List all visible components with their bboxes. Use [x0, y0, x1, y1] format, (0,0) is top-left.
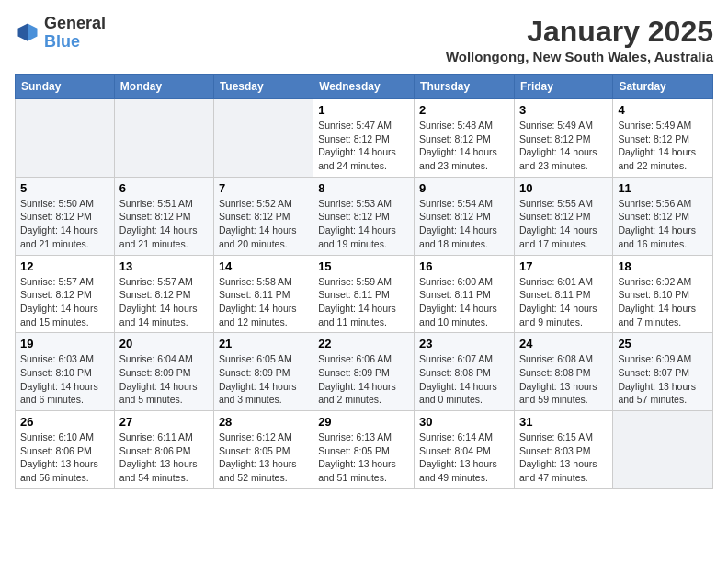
day-number: 2 — [419, 103, 509, 117]
day-number: 10 — [519, 181, 608, 195]
calendar-day-cell: 9Sunrise: 5:54 AMSunset: 8:12 PMDaylight… — [415, 177, 515, 255]
calendar-day-cell: 19Sunrise: 6:03 AMSunset: 8:10 PMDayligh… — [16, 333, 115, 411]
day-info: Sunrise: 5:53 AMSunset: 8:12 PMDaylight:… — [318, 197, 409, 251]
logo-icon — [15, 20, 40, 46]
calendar-day-cell: 24Sunrise: 6:08 AMSunset: 8:08 PMDayligh… — [514, 333, 612, 411]
weekday-header-cell: Tuesday — [213, 75, 313, 99]
day-info: Sunrise: 6:03 AMSunset: 8:10 PMDaylight:… — [20, 352, 109, 407]
day-number: 12 — [20, 259, 109, 273]
calendar-week-row: 19Sunrise: 6:03 AMSunset: 8:10 PMDayligh… — [16, 333, 713, 411]
month-title: January 2025 — [446, 15, 713, 49]
day-number: 14 — [219, 259, 308, 273]
calendar-day-cell: 31Sunrise: 6:15 AMSunset: 8:03 PMDayligh… — [514, 411, 612, 489]
calendar-day-cell: 30Sunrise: 6:14 AMSunset: 8:04 PMDayligh… — [415, 411, 515, 489]
day-info: Sunrise: 6:01 AMSunset: 8:11 PMDaylight:… — [519, 275, 608, 329]
day-info: Sunrise: 5:57 AMSunset: 8:12 PMDaylight:… — [20, 275, 109, 329]
day-number: 29 — [318, 415, 409, 429]
calendar-day-cell: 16Sunrise: 6:00 AMSunset: 8:11 PMDayligh… — [415, 255, 515, 333]
calendar-day-cell: 4Sunrise: 5:49 AMSunset: 8:12 PMDaylight… — [613, 99, 713, 178]
logo: General Blue — [15, 15, 106, 52]
calendar-day-cell — [613, 411, 713, 489]
calendar-day-cell — [213, 99, 313, 178]
day-number: 4 — [618, 103, 708, 117]
calendar-day-cell: 2Sunrise: 5:48 AMSunset: 8:12 PMDaylight… — [415, 99, 515, 178]
day-info: Sunrise: 6:14 AMSunset: 8:04 PMDaylight:… — [419, 431, 509, 485]
day-info: Sunrise: 5:49 AMSunset: 8:12 PMDaylight:… — [618, 119, 708, 173]
day-number: 17 — [519, 259, 608, 273]
calendar-day-cell — [16, 99, 115, 178]
day-info: Sunrise: 6:08 AMSunset: 8:08 PMDaylight:… — [519, 352, 608, 407]
weekday-header-cell: Wednesday — [313, 75, 415, 99]
calendar-day-cell: 1Sunrise: 5:47 AMSunset: 8:12 PMDaylight… — [313, 99, 415, 178]
day-number: 26 — [20, 415, 109, 429]
day-info: Sunrise: 6:02 AMSunset: 8:10 PMDaylight:… — [618, 275, 708, 329]
weekday-header-cell: Sunday — [16, 75, 115, 99]
weekday-header-cell: Thursday — [415, 75, 515, 99]
day-number: 30 — [419, 415, 509, 429]
day-number: 16 — [419, 259, 509, 273]
day-number: 8 — [318, 181, 409, 195]
calendar-day-cell: 27Sunrise: 6:11 AMSunset: 8:06 PMDayligh… — [114, 411, 213, 489]
calendar-day-cell: 28Sunrise: 6:12 AMSunset: 8:05 PMDayligh… — [213, 411, 313, 489]
day-info: Sunrise: 5:47 AMSunset: 8:12 PMDaylight:… — [318, 119, 409, 173]
page-header: General Blue January 2025 Wollongong, Ne… — [15, 15, 713, 64]
calendar-day-cell: 12Sunrise: 5:57 AMSunset: 8:12 PMDayligh… — [16, 255, 115, 333]
calendar-day-cell: 6Sunrise: 5:51 AMSunset: 8:12 PMDaylight… — [114, 177, 213, 255]
day-info: Sunrise: 6:12 AMSunset: 8:05 PMDaylight:… — [219, 431, 308, 485]
day-number: 3 — [519, 103, 608, 117]
day-number: 28 — [219, 415, 308, 429]
day-info: Sunrise: 5:49 AMSunset: 8:12 PMDaylight:… — [519, 119, 608, 173]
day-info: Sunrise: 6:11 AMSunset: 8:06 PMDaylight:… — [119, 431, 209, 485]
day-info: Sunrise: 5:54 AMSunset: 8:12 PMDaylight:… — [419, 197, 509, 251]
day-info: Sunrise: 6:06 AMSunset: 8:09 PMDaylight:… — [318, 352, 409, 407]
calendar-day-cell: 22Sunrise: 6:06 AMSunset: 8:09 PMDayligh… — [313, 333, 415, 411]
day-info: Sunrise: 5:51 AMSunset: 8:12 PMDaylight:… — [119, 197, 209, 251]
location-subtitle: Wollongong, New South Wales, Australia — [446, 49, 713, 64]
day-info: Sunrise: 5:52 AMSunset: 8:12 PMDaylight:… — [219, 197, 308, 251]
calendar-table: SundayMondayTuesdayWednesdayThursdayFrid… — [15, 74, 713, 489]
day-number: 24 — [519, 337, 608, 350]
day-number: 7 — [219, 181, 308, 195]
day-number: 23 — [419, 337, 509, 350]
calendar-day-cell — [114, 99, 213, 178]
day-number: 1 — [318, 103, 409, 117]
calendar-day-cell: 8Sunrise: 5:53 AMSunset: 8:12 PMDaylight… — [313, 177, 415, 255]
day-info: Sunrise: 6:10 AMSunset: 8:06 PMDaylight:… — [20, 431, 109, 485]
day-number: 18 — [618, 259, 708, 273]
calendar-day-cell: 18Sunrise: 6:02 AMSunset: 8:10 PMDayligh… — [613, 255, 713, 333]
weekday-header-cell: Monday — [114, 75, 213, 99]
weekday-header-cell: Saturday — [613, 75, 713, 99]
day-info: Sunrise: 6:07 AMSunset: 8:08 PMDaylight:… — [419, 352, 509, 407]
day-info: Sunrise: 5:56 AMSunset: 8:12 PMDaylight:… — [618, 197, 708, 251]
day-number: 15 — [318, 259, 409, 273]
day-number: 21 — [219, 337, 308, 350]
day-info: Sunrise: 6:05 AMSunset: 8:09 PMDaylight:… — [219, 352, 308, 407]
day-info: Sunrise: 6:13 AMSunset: 8:05 PMDaylight:… — [318, 431, 409, 485]
calendar-week-row: 1Sunrise: 5:47 AMSunset: 8:12 PMDaylight… — [16, 99, 713, 178]
calendar-day-cell: 13Sunrise: 5:57 AMSunset: 8:12 PMDayligh… — [114, 255, 213, 333]
day-info: Sunrise: 5:57 AMSunset: 8:12 PMDaylight:… — [119, 275, 209, 329]
title-block: January 2025 Wollongong, New South Wales… — [446, 15, 713, 64]
day-number: 5 — [20, 181, 109, 195]
day-info: Sunrise: 5:50 AMSunset: 8:12 PMDaylight:… — [20, 197, 109, 251]
calendar-day-cell: 3Sunrise: 5:49 AMSunset: 8:12 PMDaylight… — [514, 99, 612, 178]
day-number: 31 — [519, 415, 608, 429]
svg-marker-2 — [18, 23, 28, 40]
day-info: Sunrise: 5:55 AMSunset: 8:12 PMDaylight:… — [519, 197, 608, 251]
day-number: 27 — [119, 415, 209, 429]
day-info: Sunrise: 6:15 AMSunset: 8:03 PMDaylight:… — [519, 431, 608, 485]
calendar-week-row: 26Sunrise: 6:10 AMSunset: 8:06 PMDayligh… — [16, 411, 713, 489]
calendar-day-cell: 10Sunrise: 5:55 AMSunset: 8:12 PMDayligh… — [514, 177, 612, 255]
day-info: Sunrise: 5:59 AMSunset: 8:11 PMDaylight:… — [318, 275, 409, 329]
day-info: Sunrise: 5:48 AMSunset: 8:12 PMDaylight:… — [419, 119, 509, 173]
day-info: Sunrise: 6:04 AMSunset: 8:09 PMDaylight:… — [119, 352, 209, 407]
svg-marker-1 — [28, 23, 38, 40]
day-number: 6 — [119, 181, 209, 195]
day-number: 25 — [618, 337, 708, 350]
calendar-day-cell: 17Sunrise: 6:01 AMSunset: 8:11 PMDayligh… — [514, 255, 612, 333]
day-number: 22 — [318, 337, 409, 350]
day-number: 11 — [618, 181, 708, 195]
calendar-day-cell: 7Sunrise: 5:52 AMSunset: 8:12 PMDaylight… — [213, 177, 313, 255]
day-number: 9 — [419, 181, 509, 195]
day-info: Sunrise: 6:09 AMSunset: 8:07 PMDaylight:… — [618, 352, 708, 407]
